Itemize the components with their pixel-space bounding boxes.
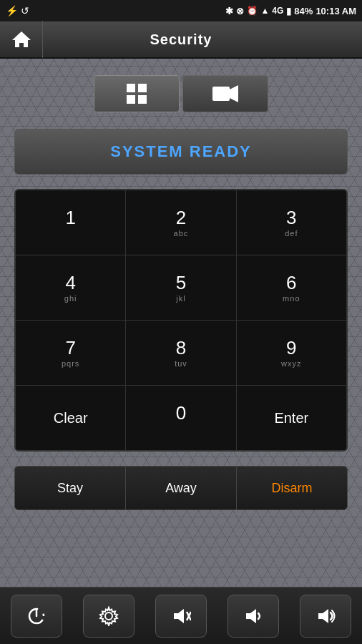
volume-down-icon xyxy=(243,606,263,626)
power-button[interactable] xyxy=(11,595,62,638)
keypad-row-3: 7 pqrs 8 tuv 9 wxyz xyxy=(16,321,346,386)
keypad-row-1: 1 2 abc 3 def xyxy=(16,190,346,255)
mute-button[interactable] xyxy=(155,595,207,638)
status-bar-right: ✱ ⊗ ⏰ ▲ 4G ▮ 84% 10:13 AM xyxy=(225,6,356,16)
sync-icon: ↺ xyxy=(21,5,29,16)
key-clear[interactable]: Clear xyxy=(16,386,126,450)
status-bar: ⚡ ↺ ✱ ⊗ ⏰ ▲ 4G ▮ 84% 10:13 AM xyxy=(0,0,362,21)
content-area: SYSTEM READY 1 2 abc 3 def xyxy=(0,59,362,587)
gear-icon xyxy=(99,606,119,626)
keypad-row-4: Clear 0 Enter xyxy=(16,386,346,450)
mute-status-icon: ⊗ xyxy=(236,6,244,16)
system-status-display: SYSTEM READY xyxy=(14,129,348,175)
svg-rect-4 xyxy=(138,95,147,104)
action-row: Stay Away Disarm xyxy=(14,466,348,510)
svg-marker-0 xyxy=(12,31,31,47)
key-enter[interactable]: Enter xyxy=(237,386,346,450)
signal-icon: 4G xyxy=(272,6,283,16)
settings-button[interactable] xyxy=(83,595,134,638)
key-1[interactable]: 1 xyxy=(16,190,126,255)
key-7[interactable]: 7 pqrs xyxy=(16,321,126,385)
volume-up-icon xyxy=(315,606,336,626)
bottom-toolbar xyxy=(0,587,362,644)
keypad-row-2: 4 ghi 5 jkl 6 mno xyxy=(16,255,346,321)
grid-icon xyxy=(125,82,148,105)
disarm-button[interactable]: Disarm xyxy=(237,467,347,509)
svg-marker-14 xyxy=(318,609,328,623)
key-9[interactable]: 9 wxyz xyxy=(237,321,346,385)
svg-marker-10 xyxy=(174,609,184,623)
battery-icon: ▮ xyxy=(286,6,291,16)
tab-camera[interactable] xyxy=(182,75,268,112)
svg-rect-2 xyxy=(138,84,147,92)
mute-icon xyxy=(171,606,191,626)
app-container: ⚡ ↺ ✱ ⊗ ⏰ ▲ 4G ▮ 84% 10:13 AM Security xyxy=(0,0,362,644)
svg-rect-5 xyxy=(212,87,230,101)
system-status-text: SYSTEM READY xyxy=(110,142,252,160)
alarm-icon: ⏰ xyxy=(247,6,258,16)
power-icon xyxy=(26,606,47,626)
page-title: Security xyxy=(43,31,319,48)
battery-text: 84% xyxy=(294,6,313,16)
wifi-icon: ▲ xyxy=(260,6,269,16)
away-button[interactable]: Away xyxy=(126,467,237,509)
stay-button[interactable]: Stay xyxy=(15,467,126,509)
volume-up-button[interactable] xyxy=(300,595,351,638)
keypad: 1 2 abc 3 def 4 ghi 5 xyxy=(14,189,348,452)
key-2[interactable]: 2 abc xyxy=(126,190,236,255)
svg-rect-1 xyxy=(127,84,135,92)
key-0[interactable]: 0 xyxy=(126,386,236,450)
usb-icon: ⚡ xyxy=(6,5,18,16)
key-3[interactable]: 3 def xyxy=(237,190,346,255)
volume-down-button[interactable] xyxy=(228,595,279,638)
home-icon xyxy=(11,29,32,50)
key-4[interactable]: 4 ghi xyxy=(16,255,126,320)
key-8[interactable]: 8 tuv xyxy=(126,321,236,385)
bluetooth-icon: ✱ xyxy=(225,6,233,16)
status-bar-left: ⚡ ↺ xyxy=(6,5,29,16)
key-6[interactable]: 6 mno xyxy=(237,255,346,320)
svg-point-9 xyxy=(105,613,112,620)
camera-icon xyxy=(212,84,238,104)
header: Security xyxy=(0,21,362,59)
svg-rect-3 xyxy=(127,95,135,104)
time-display: 10:13 AM xyxy=(315,6,356,16)
svg-marker-6 xyxy=(230,85,238,102)
home-button[interactable] xyxy=(0,21,43,58)
svg-marker-13 xyxy=(246,609,256,623)
tab-grid[interactable] xyxy=(94,75,180,112)
tab-row xyxy=(9,69,353,118)
key-5[interactable]: 5 jkl xyxy=(126,255,236,320)
